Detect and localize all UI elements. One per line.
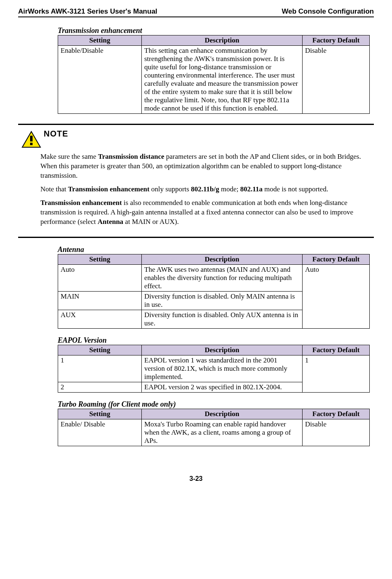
- col-description: Description: [142, 254, 303, 264]
- cell-description: The AWK uses two antennas (MAIN and AUX)…: [142, 264, 303, 291]
- col-default: Factory Default: [303, 254, 370, 264]
- table-row: Enable/Disable This setting can enhance …: [58, 46, 370, 114]
- cell-description: This setting can enhance communication b…: [142, 46, 303, 114]
- antenna-caption: Antenna: [58, 245, 370, 254]
- note-label: NOTE: [44, 129, 370, 139]
- note-paragraph: Note that Transmission enhancement only …: [40, 185, 374, 194]
- note-paragraph: Transmission enhancement is also recomme…: [40, 198, 374, 227]
- header-right: Web Console Configuration: [282, 7, 374, 16]
- cell-default: Disable: [303, 46, 370, 114]
- col-default: Factory Default: [303, 35, 370, 46]
- col-setting: Setting: [58, 345, 142, 355]
- table-header-row: Setting Description Factory Default: [58, 35, 370, 46]
- cell-setting: Auto: [58, 264, 142, 291]
- table-header-row: Setting Description Factory Default: [58, 409, 370, 419]
- table-row: Enable/ Disable Moxa's Turbo Roaming can…: [58, 419, 370, 446]
- svg-rect-2: [30, 143, 33, 145]
- col-setting: Setting: [58, 254, 142, 264]
- page-header: AirWorks AWK-3121 Series User's Manual W…: [18, 7, 374, 17]
- cell-default: Disable: [303, 419, 370, 446]
- col-setting: Setting: [58, 35, 142, 46]
- col-default: Factory Default: [303, 409, 370, 419]
- cell-default: 1: [303, 355, 370, 392]
- page-number: 3-23: [18, 475, 374, 482]
- col-description: Description: [142, 409, 303, 419]
- cell-description: EAPOL version 2 was specified in 802.1X-…: [142, 382, 303, 392]
- cell-setting: Enable/ Disable: [58, 419, 142, 446]
- col-default: Factory Default: [303, 345, 370, 355]
- tx-enhancement-caption: Transmission enhancement: [58, 26, 370, 35]
- turbo-caption: Turbo Roaming (for Client mode only): [58, 400, 370, 409]
- cell-description: EAPOL version 1 was standardized in the …: [142, 355, 303, 382]
- note-paragraph: Make sure the same Transmission distance…: [40, 152, 374, 181]
- cell-description: Diversity function is disabled. Only AUX…: [142, 310, 303, 328]
- table-header-row: Setting Description Factory Default: [58, 345, 370, 355]
- cell-setting: MAIN: [58, 291, 142, 310]
- turbo-table: Setting Description Factory Default Enab…: [58, 409, 370, 446]
- col-description: Description: [142, 35, 303, 46]
- col-setting: Setting: [58, 409, 142, 419]
- table-row: 1 EAPOL version 1 was standardized in th…: [58, 355, 370, 382]
- eapol-table: Setting Description Factory Default 1 EA…: [58, 345, 370, 393]
- cell-setting: 2: [58, 382, 142, 392]
- eapol-caption: EAPOL Version: [58, 336, 370, 345]
- svg-rect-1: [30, 136, 33, 141]
- cell-description: Diversity function is disabled. Only MAI…: [142, 291, 303, 310]
- antenna-table: Setting Description Factory Default Auto…: [58, 254, 370, 329]
- note-block: NOTE Make sure the same Transmission dis…: [18, 124, 374, 238]
- col-description: Description: [142, 345, 303, 355]
- header-left: AirWorks AWK-3121 Series User's Manual: [18, 7, 157, 16]
- table-row: Auto The AWK uses two antennas (MAIN and…: [58, 264, 370, 291]
- cell-setting: AUX: [58, 310, 142, 328]
- cell-setting: 1: [58, 355, 142, 382]
- warning-icon: [21, 131, 41, 150]
- cell-setting: Enable/Disable: [58, 46, 142, 114]
- cell-default: Auto: [303, 264, 370, 328]
- tx-enhancement-table: Setting Description Factory Default Enab…: [58, 35, 370, 114]
- table-header-row: Setting Description Factory Default: [58, 254, 370, 264]
- cell-description: Moxa's Turbo Roaming can enable rapid ha…: [142, 419, 303, 446]
